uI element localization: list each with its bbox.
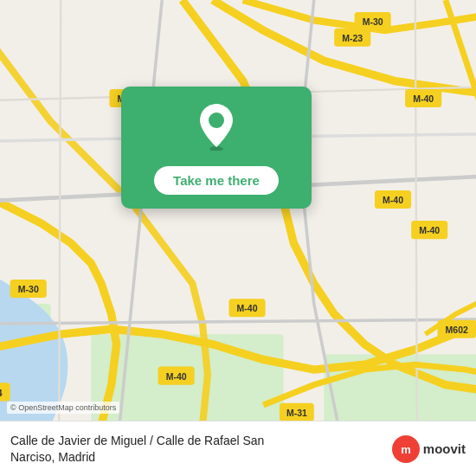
svg-text:M-30: M-30	[363, 16, 383, 27]
osm-attribution: © OpenStreetMap contributors	[7, 402, 119, 414]
address-container: Calle de Javier de Miguel / Calle de Raf…	[10, 433, 383, 466]
svg-text:m: m	[401, 443, 411, 456]
address-line1: Calle de Javier de Miguel / Calle de Raf…	[10, 433, 383, 449]
map-container: M-30 M-30 M-30 M-23 M-40 M-40 M-40 A-4 M…	[0, 0, 476, 476]
moovit-icon: m	[392, 435, 420, 463]
svg-text:M-40: M-40	[237, 303, 258, 313]
svg-text:M-31: M-31	[286, 408, 307, 418]
svg-text:M-30: M-30	[18, 284, 39, 294]
location-pin-icon	[196, 102, 237, 151]
moovit-brand-text: moovit	[423, 441, 466, 456]
moovit-logo: m moovit	[392, 435, 466, 463]
address-line2: Narciso, Madrid	[10, 449, 383, 466]
svg-text:A-4: A-4	[0, 388, 3, 398]
location-card: Take me there	[121, 87, 312, 209]
svg-text:M-40: M-40	[383, 195, 403, 205]
svg-text:M-40: M-40	[419, 225, 440, 235]
pin-wrapper	[196, 102, 237, 154]
svg-text:M602: M602	[446, 325, 468, 335]
take-me-there-button[interactable]: Take me there	[154, 166, 279, 195]
bottom-info-bar: Calle de Javier de Miguel / Calle de Raf…	[0, 421, 476, 476]
svg-text:M-40: M-40	[166, 371, 187, 382]
svg-point-37	[209, 113, 224, 128]
svg-text:M-23: M-23	[342, 33, 363, 43]
svg-text:M-40: M-40	[413, 93, 434, 104]
